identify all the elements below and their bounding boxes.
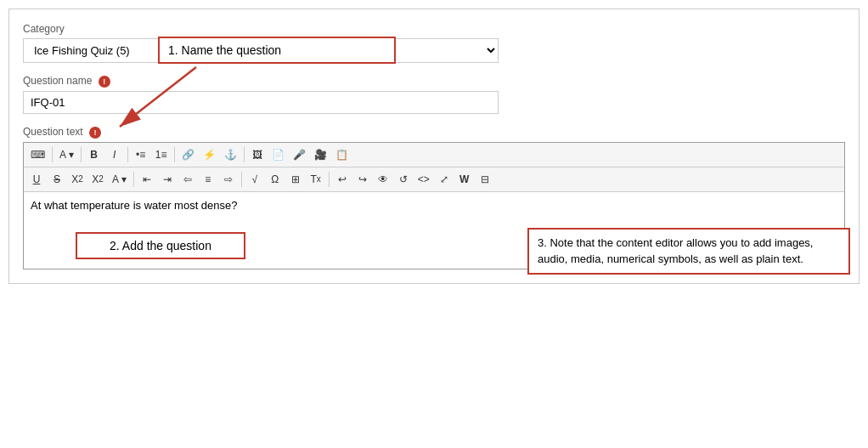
- unordered-list-btn[interactable]: •≡: [132, 145, 150, 164]
- anchor-btn[interactable]: ⚓: [221, 145, 240, 164]
- align-right-btn[interactable]: ⇦: [178, 170, 197, 189]
- ordered-list-btn[interactable]: 1≡: [152, 145, 171, 164]
- keyboard-btn[interactable]: ⌨: [27, 145, 48, 164]
- font-color-btn[interactable]: A ▾: [109, 170, 130, 189]
- annotation-3: 3. Note that the content editor allows y…: [527, 228, 850, 275]
- accessibility-btn[interactable]: ⊟: [476, 170, 494, 189]
- form-container: Category Ice Fishing Quiz (5) Question n…: [8, 9, 860, 284]
- align-full-btn[interactable]: ≡: [199, 170, 217, 189]
- subscript-btn[interactable]: X2: [68, 170, 87, 189]
- sep6: [133, 172, 134, 187]
- category-label: Category: [23, 23, 845, 35]
- annotation-1: 1. Name the question: [158, 37, 396, 64]
- strikethrough-btn[interactable]: S: [48, 170, 66, 189]
- sep5: [244, 147, 245, 162]
- restore-btn[interactable]: ↺: [394, 170, 413, 189]
- html-btn[interactable]: <>: [414, 170, 433, 189]
- paste-btn[interactable]: 📋: [332, 145, 352, 164]
- table-btn[interactable]: ⊞: [286, 170, 305, 189]
- video-btn[interactable]: 🎥: [311, 145, 330, 164]
- unlink-btn[interactable]: ⚡: [200, 145, 219, 164]
- redo-btn[interactable]: ↪: [353, 170, 372, 189]
- sep2: [81, 147, 82, 162]
- underline-btn[interactable]: U: [27, 170, 46, 189]
- fullscreen-btn[interactable]: ⤢: [435, 170, 454, 189]
- required-icon: !: [99, 76, 110, 88]
- sep3: [127, 147, 128, 162]
- superscript-btn[interactable]: X2: [88, 170, 107, 189]
- align-left-btn[interactable]: ⇤: [138, 170, 156, 189]
- clear-format-btn[interactable]: Tx: [307, 170, 325, 189]
- media-btn[interactable]: 📄: [268, 145, 288, 164]
- preview-btn[interactable]: 👁: [374, 170, 392, 189]
- indent-btn[interactable]: ⇨: [219, 170, 238, 189]
- word-btn[interactable]: W: [455, 170, 474, 189]
- italic-btn[interactable]: I: [105, 145, 124, 164]
- question-text-label: Question text !: [23, 126, 845, 139]
- equation-btn[interactable]: √: [245, 170, 264, 189]
- required-icon-2: !: [89, 127, 101, 139]
- question-name-label: Question name !: [23, 75, 845, 88]
- link-btn[interactable]: 🔗: [178, 145, 198, 164]
- toolbar-row-1: ⌨ A ▾ B I •≡ 1≡ 🔗 ⚡ ⚓ 🖼 📄 🎤 🎥 📋: [24, 143, 844, 167]
- annotation-2: 2. Add the question: [76, 232, 245, 259]
- sep8: [329, 172, 330, 187]
- undo-btn[interactable]: ↩: [333, 170, 352, 189]
- question-name-section: Question name !: [23, 75, 845, 114]
- sep4: [174, 147, 175, 162]
- special-char-btn[interactable]: Ω: [266, 170, 285, 189]
- audio-btn[interactable]: 🎤: [290, 145, 309, 164]
- toolbar-row-2: U S X2 X2 A ▾ ⇤ ⇥ ⇦ ≡ ⇨ √ Ω ⊞ Tx ↩ ↪ 👁: [24, 167, 844, 192]
- font-size-btn[interactable]: A ▾: [56, 145, 77, 164]
- sep7: [241, 172, 242, 187]
- image-btn[interactable]: 🖼: [248, 145, 267, 164]
- align-center-btn[interactable]: ⇥: [158, 170, 177, 189]
- question-name-input[interactable]: [23, 91, 499, 114]
- sep1: [52, 147, 53, 162]
- category-section: Category Ice Fishing Quiz (5): [23, 23, 845, 63]
- bold-btn[interactable]: B: [85, 145, 104, 164]
